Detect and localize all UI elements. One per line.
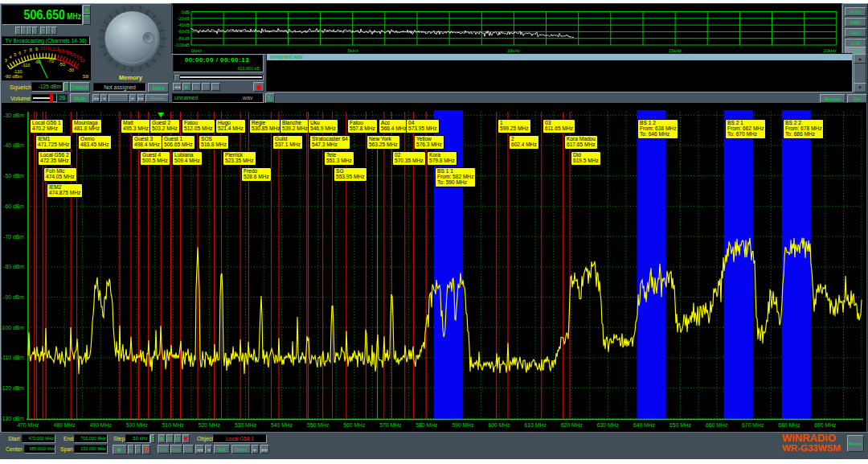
svg-text:-100dB: -100dB bbox=[174, 43, 190, 47]
svg-text:0dB: 0dB bbox=[182, 10, 190, 14]
svg-text:500 MHz: 500 MHz bbox=[126, 422, 149, 428]
svg-text:-130 dBm: -130 dBm bbox=[1, 416, 25, 421]
svg-text:5kHz: 5kHz bbox=[347, 48, 358, 53]
svg-text:S9: S9 bbox=[83, 74, 89, 79]
svg-text:610 MHz: 610 MHz bbox=[525, 422, 547, 428]
svg-text:-110 dBm: -110 dBm bbox=[1, 355, 24, 360]
svg-text:-100 dBm: -100 dBm bbox=[1, 325, 25, 331]
svg-text:-90 dBm: -90 dBm bbox=[3, 294, 24, 300]
svg-text:-20dB: -20dB bbox=[178, 16, 190, 21]
svg-text:-120 dBm: -120 dBm bbox=[1, 385, 25, 391]
svg-text:0kHz: 0kHz bbox=[191, 48, 202, 53]
svg-text:640 MHz: 640 MHz bbox=[633, 422, 656, 428]
svg-text:520 MHz: 520 MHz bbox=[199, 422, 221, 428]
svg-text:20kHz: 20kHz bbox=[824, 48, 837, 53]
svg-text:650 MHz: 650 MHz bbox=[669, 422, 692, 428]
svg-text:660 MHz: 660 MHz bbox=[706, 422, 728, 428]
svg-text:5: 5 bbox=[14, 52, 16, 57]
svg-text:480 MHz: 480 MHz bbox=[53, 422, 76, 428]
svg-text:-60dB: -60dB bbox=[178, 29, 190, 34]
svg-text:4: 4 bbox=[9, 55, 11, 60]
svg-text:3: 3 bbox=[5, 58, 7, 63]
svg-text:-70 dBm: -70 dBm bbox=[3, 234, 24, 240]
svg-text:600 MHz: 600 MHz bbox=[488, 422, 510, 428]
svg-text:530 MHz: 530 MHz bbox=[235, 422, 257, 428]
svg-text:-40 dBm: -40 dBm bbox=[3, 142, 24, 148]
svg-text:560 MHz: 560 MHz bbox=[343, 422, 366, 428]
svg-text:-70: -70 bbox=[47, 59, 54, 64]
svg-text:590 MHz: 590 MHz bbox=[452, 422, 474, 428]
svg-text:540 MHz: 540 MHz bbox=[271, 422, 293, 428]
svg-text:630 MHz: 630 MHz bbox=[597, 422, 620, 428]
svg-text:510 MHz: 510 MHz bbox=[162, 422, 185, 428]
svg-text:6: 6 bbox=[18, 51, 21, 55]
svg-text:-50: -50 bbox=[59, 62, 65, 67]
svg-text:-90 dBm: -90 dBm bbox=[4, 74, 23, 79]
svg-text:-80 dBm: -80 dBm bbox=[3, 264, 24, 269]
svg-text:680 MHz: 680 MHz bbox=[778, 422, 800, 428]
svg-text:-60 dBm: -60 dBm bbox=[3, 203, 24, 209]
svg-text:7: 7 bbox=[24, 49, 27, 54]
svg-text:670 MHz: 670 MHz bbox=[742, 422, 764, 428]
svg-text:10kHz: 10kHz bbox=[507, 48, 521, 53]
svg-text:15kHz: 15kHz bbox=[669, 48, 682, 53]
svg-text:490 MHz: 490 MHz bbox=[90, 422, 113, 428]
svg-text:-40dB: -40dB bbox=[178, 23, 190, 27]
svg-text:690 MHz: 690 MHz bbox=[814, 422, 837, 428]
svg-text:550 MHz: 550 MHz bbox=[307, 422, 330, 428]
svg-text:8: 8 bbox=[30, 47, 32, 52]
svg-text:570 MHz: 570 MHz bbox=[379, 422, 402, 428]
svg-text:620 MHz: 620 MHz bbox=[561, 422, 583, 428]
svg-text:19: 19 bbox=[80, 58, 85, 63]
svg-text:-30 dBm: -30 dBm bbox=[3, 113, 24, 118]
svg-text:-30: -30 bbox=[68, 68, 74, 72]
svg-text:580 MHz: 580 MHz bbox=[416, 422, 438, 428]
svg-text:-80dB: -80dB bbox=[178, 36, 190, 41]
svg-text:9: 9 bbox=[35, 47, 38, 51]
svg-text:-50 dBm: -50 dBm bbox=[3, 173, 24, 179]
svg-text:470 MHz: 470 MHz bbox=[17, 422, 39, 428]
svg-text:-110: -110 bbox=[22, 63, 31, 68]
